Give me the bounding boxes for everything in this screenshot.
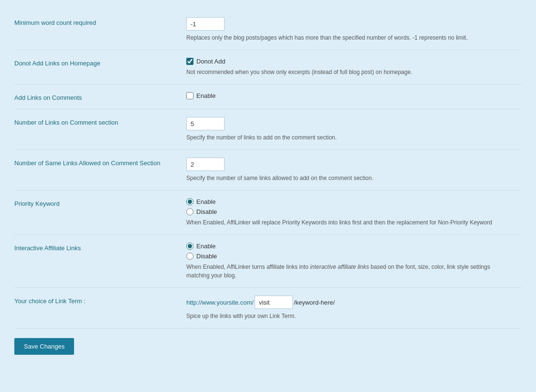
donot-add-links-label: Donot Add Links on Homepage bbox=[14, 58, 186, 67]
min-word-count-label: Minimum word count required bbox=[14, 17, 186, 26]
add-links-comments-label: Add Links on Comments bbox=[14, 92, 186, 101]
priority-keyword-disable-radio[interactable] bbox=[186, 208, 193, 215]
donot-add-checkbox[interactable] bbox=[186, 58, 193, 65]
min-word-count-input[interactable] bbox=[186, 17, 225, 31]
priority-keyword-disable-row: Disable bbox=[186, 208, 522, 215]
num-links-comment-label: Number of Links on Comment section bbox=[14, 117, 186, 126]
interactive-affiliate-links-disable-row: Disable bbox=[186, 253, 522, 260]
donot-add-checkbox-label: Donot Add bbox=[196, 58, 225, 65]
donot-add-links-control: Donot Add Not recommended when you show … bbox=[186, 58, 522, 76]
min-word-count-row: Minimum word count required Replaces onl… bbox=[14, 10, 522, 50]
add-links-comments-row: Add Links on Comments Enable bbox=[14, 85, 522, 109]
link-term-suffix: /keyword-here/ bbox=[294, 299, 335, 306]
link-term-description: Spice up the links with your own Link Te… bbox=[186, 312, 522, 320]
priority-keyword-row: Priority Keyword Enable Disable When Ena… bbox=[14, 191, 522, 235]
priority-keyword-control: Enable Disable When Enabled, AffiLinker … bbox=[186, 198, 522, 227]
interactive-affiliate-links-row: Interactive Affiliate Links Enable Disab… bbox=[14, 235, 522, 288]
priority-keyword-radio-group: Enable Disable bbox=[186, 198, 522, 215]
num-same-links-comment-input[interactable] bbox=[186, 158, 225, 171]
min-word-count-description: Replaces only the blog posts/pages which… bbox=[186, 33, 522, 42]
settings-container: Minimum word count required Replaces onl… bbox=[0, 0, 536, 392]
num-links-comment-input[interactable] bbox=[186, 117, 225, 130]
link-term-row: Your choice of Link Term : http://www.yo… bbox=[14, 288, 522, 328]
num-same-links-comment-label: Number of Same Links Allowed on Comment … bbox=[14, 158, 186, 167]
priority-keyword-enable-row: Enable bbox=[186, 198, 522, 205]
donot-add-links-description: Not recommended when you show only excer… bbox=[186, 68, 522, 76]
num-links-comment-control: Specify the number of links to add on th… bbox=[186, 117, 522, 142]
priority-keyword-enable-radio[interactable] bbox=[186, 198, 193, 205]
link-term-prefix: http://www.yoursite.com/ bbox=[186, 299, 254, 306]
interactive-affiliate-links-disable-radio[interactable] bbox=[186, 253, 193, 260]
priority-keyword-enable-label: Enable bbox=[196, 198, 215, 205]
interactive-affiliate-links-enable-radio[interactable] bbox=[186, 243, 193, 250]
add-links-comments-checkbox-row: Enable bbox=[186, 92, 522, 99]
interactive-affiliate-links-enable-row: Enable bbox=[186, 243, 522, 250]
link-term-input-row: http://www.yoursite.com/ /keyword-here/ bbox=[186, 296, 522, 309]
save-changes-button[interactable]: Save Changes bbox=[14, 338, 74, 355]
add-links-comments-checkbox[interactable] bbox=[186, 92, 193, 99]
link-term-label: Your choice of Link Term : bbox=[14, 296, 186, 305]
interactive-affiliate-links-disable-label: Disable bbox=[196, 253, 217, 260]
link-term-control: http://www.yoursite.com/ /keyword-here/ … bbox=[186, 296, 522, 320]
interactive-affiliate-links-description: When Enabled, AffiLinker turns affiliate… bbox=[186, 263, 522, 280]
interactive-affiliate-links-control: Enable Disable When Enabled, AffiLinker … bbox=[186, 243, 522, 280]
min-word-count-control: Replaces only the blog posts/pages which… bbox=[186, 17, 522, 42]
add-links-comments-control: Enable bbox=[186, 92, 522, 99]
num-same-links-comment-row: Number of Same Links Allowed on Comment … bbox=[14, 150, 522, 191]
interactive-affiliate-links-radio-group: Enable Disable bbox=[186, 243, 522, 260]
priority-keyword-description: When Enabled, AffiLinker will replace Pr… bbox=[186, 218, 522, 227]
donot-add-checkbox-row: Donot Add bbox=[186, 58, 522, 65]
num-links-comment-row: Number of Links on Comment section Speci… bbox=[14, 109, 522, 150]
interactive-affiliate-links-label: Interactive Affiliate Links bbox=[14, 243, 186, 252]
num-same-links-comment-description: Specify the number of same links allowed… bbox=[186, 174, 522, 182]
num-links-comment-description: Specify the number of links to add on th… bbox=[186, 133, 522, 142]
priority-keyword-label: Priority Keyword bbox=[14, 198, 186, 207]
num-same-links-comment-control: Specify the number of same links allowed… bbox=[186, 158, 522, 182]
interactive-affiliate-links-enable-label: Enable bbox=[196, 243, 215, 250]
donot-add-links-row: Donot Add Links on Homepage Donot Add No… bbox=[14, 50, 522, 85]
link-term-input[interactable] bbox=[255, 296, 293, 309]
priority-keyword-disable-label: Disable bbox=[196, 208, 217, 215]
add-links-comments-checkbox-label: Enable bbox=[196, 92, 215, 99]
